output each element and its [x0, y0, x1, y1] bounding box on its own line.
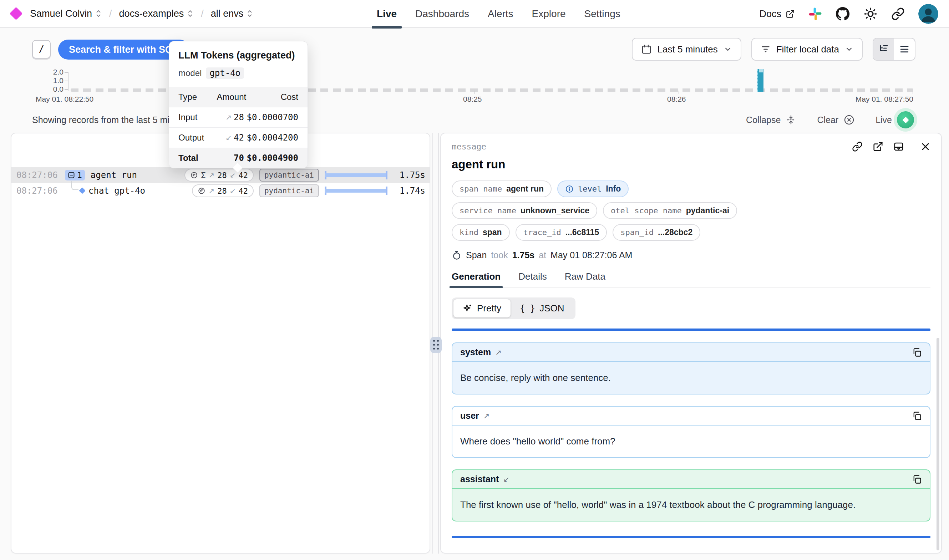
live-toggle[interactable]: Live [875, 111, 914, 128]
render-mode-toggle: Pretty { } JSON [452, 297, 575, 319]
trace-list-panel: No older records 08:27:06 1 agent run Σ … [11, 133, 430, 554]
pill-span-id[interactable]: span_id...28cbc2 [612, 224, 700, 241]
nav-tab-explore[interactable]: Explore [523, 0, 575, 28]
tab-generation[interactable]: Generation [452, 271, 501, 288]
calendar-icon [641, 44, 652, 55]
breadcrumb: Samuel Colvin / docs-examples / all envs [11, 8, 253, 19]
external-link-icon [786, 9, 795, 18]
clear-button[interactable]: Clear [817, 114, 855, 126]
json-view-button[interactable]: { } JSON [511, 299, 574, 317]
y-tick-0: 0.0 [42, 85, 63, 94]
breadcrumb-separator: / [109, 8, 112, 19]
stopwatch-icon [452, 251, 461, 260]
square-minus-icon [68, 172, 75, 179]
tag-pydantic-ai[interactable]: pydantic-ai [259, 169, 319, 182]
copy-icon[interactable] [912, 348, 922, 357]
pretty-view-button[interactable]: Pretty [454, 299, 511, 317]
status-row: Showing records from the last 5 minutes … [32, 111, 914, 128]
tokens-row-output: Output ↙42 $0.0004200 [169, 128, 308, 148]
records-histogram[interactable]: 2.0 1.0 0.0 May 01. 08:22:50 08:25 08:26… [0, 68, 949, 108]
arrow-down-left-icon: ↙ [230, 171, 236, 179]
tokens-row-input: Input ↗28 $0.0000700 [169, 108, 308, 128]
org-name: Samuel Colvin [30, 8, 92, 19]
pill-span-name[interactable]: span_nameagent run [452, 180, 552, 197]
copy-link-icon[interactable] [852, 141, 863, 152]
panel-resize-grip[interactable] [430, 337, 442, 353]
close-icon[interactable] [920, 142, 931, 152]
tokens-coin-icon [190, 171, 198, 179]
share-link-icon[interactable] [891, 7, 905, 21]
sparkle-icon [463, 303, 473, 314]
x-tickmark [913, 91, 913, 94]
tree-connector [66, 183, 87, 198]
breadcrumb-separator: / [201, 8, 204, 19]
y-tickmark [65, 89, 68, 90]
pill-kind[interactable]: kindspan [452, 224, 510, 241]
y-axis [68, 72, 69, 91]
breadcrumb-org[interactable]: Samuel Colvin [30, 8, 102, 19]
arrow-up-right-icon: ↗ [226, 113, 232, 122]
breadcrumb-project[interactable]: docs-examples [119, 8, 194, 19]
nav-tab-alerts[interactable]: Alerts [478, 0, 523, 28]
filter-local-data-button[interactable]: Filter local data [751, 38, 863, 61]
logfire-logo-icon[interactable] [10, 7, 23, 20]
trace-rows: 08:27:06 1 agent run Σ ↗28 ↙42 pydantic-… [11, 167, 429, 198]
project-name: docs-examples [119, 8, 184, 19]
slash-shortcut-key[interactable]: / [32, 40, 51, 58]
pill-otel-scope-name[interactable]: otel_scope_namepydantic-ai [603, 202, 737, 219]
nav-tab-dashboards[interactable]: Dashboards [406, 0, 478, 28]
dock-bottom-icon[interactable] [894, 141, 904, 152]
tab-raw-data[interactable]: Raw Data [565, 271, 605, 288]
theme-sun-icon[interactable] [863, 7, 878, 21]
pill-service-name[interactable]: service_nameunknown_service [452, 202, 597, 219]
col-type: Type [178, 92, 217, 102]
span-detail-panel: message agent run span_namea [440, 133, 942, 554]
arrow-down-left-icon: ↙ [230, 186, 236, 195]
circle-x-icon [843, 114, 855, 126]
live-indicator-icon[interactable] [897, 111, 914, 128]
slack-icon[interactable] [808, 7, 822, 21]
trace-row-chat-gpt4o[interactable]: 08:27:06 chat gpt-4o ↗28 ↙42 pydantic-ai… [11, 183, 429, 198]
sigma-icon: Σ [201, 171, 206, 180]
top-bar: Samuel Colvin / docs-examples / all envs… [0, 0, 949, 28]
llm-tokens-tooltip: LLM Tokens (aggregated) model gpt-4o Typ… [169, 41, 308, 168]
detail-scrollbar[interactable] [937, 338, 939, 550]
docs-link[interactable]: Docs [759, 9, 795, 20]
nav-tab-settings[interactable]: Settings [575, 0, 630, 28]
open-external-icon[interactable] [873, 141, 883, 152]
y-tick-1: 1.0 [42, 76, 63, 85]
list-view-button[interactable] [894, 38, 915, 60]
pill-level[interactable]: levelInfo [557, 180, 629, 197]
duration-bar [325, 186, 388, 195]
tag-pydantic-ai[interactable]: pydantic-ai [259, 185, 319, 197]
tokens-coin-icon [198, 187, 206, 195]
copy-icon[interactable] [912, 474, 922, 485]
tooltip-title: LLM Tokens (aggregated) [178, 50, 298, 61]
tree-view-button[interactable] [874, 38, 894, 60]
x-label-end: May 01. 08:27:50 [855, 95, 913, 103]
avatar[interactable] [918, 4, 938, 24]
detail-tabs: Generation Details Raw Data [452, 271, 931, 288]
time-range-button[interactable]: Last 5 minutes [632, 38, 741, 61]
model-value: gpt-4o [206, 68, 244, 79]
copy-icon[interactable] [912, 411, 922, 421]
system-message-text: Be concise, reply with one sentence. [452, 362, 930, 394]
histogram-spike-bar[interactable] [757, 69, 763, 92]
header-actions: Docs [759, 0, 938, 28]
arrow-up-right-icon: ↗ [208, 171, 214, 179]
pill-trace-id[interactable]: trace_id...6c8115 [515, 224, 607, 241]
collapse-button[interactable]: Collapse [746, 114, 796, 125]
col-cost: Cost [246, 92, 298, 102]
github-icon[interactable] [835, 7, 850, 21]
duration-bar [325, 171, 388, 180]
col-amount: Amount [217, 92, 246, 102]
x-label-mid1: 08:25 [463, 95, 482, 103]
collapse-count-badge[interactable]: 1 [65, 170, 85, 180]
span-name: agent run [91, 170, 137, 180]
nav-tab-live[interactable]: Live [368, 0, 406, 28]
tab-details[interactable]: Details [518, 271, 546, 288]
row-timestamp: 08:27:06 [16, 186, 58, 196]
view-mode-toggle [873, 38, 915, 61]
breadcrumb-env[interactable]: all envs [211, 8, 254, 19]
attribute-pills: span_nameagent run levelInfo service_nam… [452, 180, 931, 241]
